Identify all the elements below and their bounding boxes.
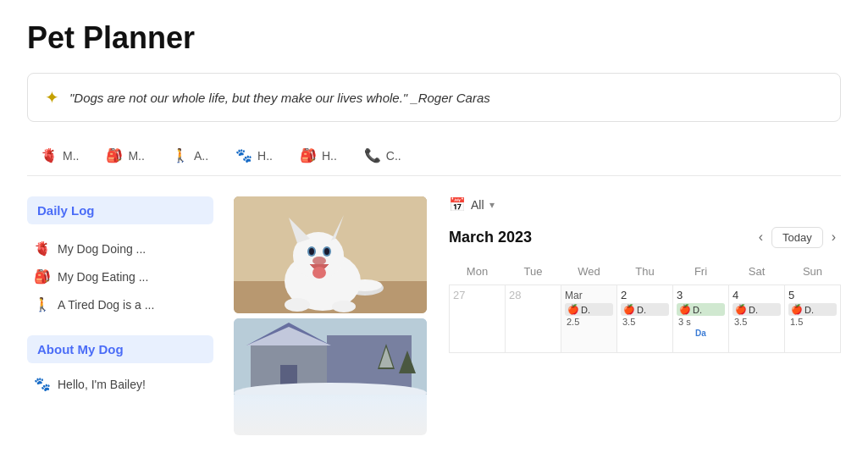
sparkle-icon: ✦ (45, 87, 59, 108)
cal-day-num: 27 (453, 289, 501, 301)
sidebar-icon-daily-0: 🫀 (34, 240, 51, 257)
calendar-header: March 2023 ‹ Today › (449, 226, 841, 248)
nav-tab-h1[interactable]: 🐾H.. (222, 142, 286, 168)
cal-day-num: 28 (509, 289, 557, 301)
calendar-nav: ‹ Today › (754, 226, 841, 248)
svg-rect-19 (327, 335, 412, 390)
nav-icon-c1: 📞 (364, 147, 381, 163)
svg-point-15 (285, 298, 310, 312)
calendar-filter-icon: 📅 (449, 196, 466, 213)
page-title: Pet Planner (27, 20, 841, 56)
nav-icon-m2: 🎒 (106, 147, 123, 163)
snow-photo (234, 318, 427, 435)
cal-day-header-sat: Sat (729, 262, 785, 285)
nav-label-h2: H.. (322, 149, 337, 163)
cal-cell-0-5[interactable]: 4 🍎 D. 3.5 (729, 285, 785, 353)
cal-day-header-wed: Wed (561, 262, 617, 285)
cal-day-header-tue: Tue (506, 262, 561, 285)
cal-value-0-4: 3 s (677, 317, 725, 327)
cal-cell-0-1[interactable]: 28 (506, 285, 561, 353)
main-content: Daily Log 🫀My Dog Doing ...🎒My Dog Eatin… (27, 196, 841, 435)
cal-event-0-2: 🍎 D. (565, 303, 613, 316)
svg-point-13 (312, 257, 326, 265)
cal-event-0-3: 🍎 D. (621, 303, 669, 316)
sidebar-item-about-0[interactable]: 🐾Hello, I'm Bailey! (27, 370, 213, 398)
sidebar-item-daily-1[interactable]: 🎒My Dog Eating ... (27, 262, 213, 290)
svg-point-12 (324, 248, 329, 255)
daily-log-header[interactable]: Daily Log (27, 196, 213, 224)
calendar-month-title: March 2023 (449, 229, 532, 246)
about-my-dog-header[interactable]: About My Dog (27, 335, 213, 363)
dog-photo (234, 196, 427, 313)
sidebar-label-daily-0: My Dog Doing ... (58, 242, 146, 256)
cal-value-0-2: 2.5 (565, 317, 613, 327)
nav-tab-m2[interactable]: 🎒M.. (92, 142, 158, 168)
dog-photo-svg (234, 196, 427, 313)
cal-value-0-5: 3.5 (733, 317, 781, 327)
cal-value-0-3: 3.5 (621, 317, 669, 327)
quote-box: ✦ "Dogs are not our whole life, but they… (27, 73, 841, 122)
chevron-down-icon: ▾ (489, 199, 495, 211)
nav-label-m2: M.. (128, 149, 144, 163)
cal-event-0-5: 🍎 D. (733, 303, 781, 316)
cal-day-num: Mar (565, 289, 613, 301)
cal-cell-0-6[interactable]: 5 🍎 D. 1.5 (785, 285, 841, 353)
cal-prev-button[interactable]: ‹ (754, 226, 768, 248)
nav-label-m1: M.. (63, 149, 79, 163)
sidebar-item-daily-2[interactable]: 🚶A Tired Dog is a ... (27, 290, 213, 318)
cal-day-header-sun: Sun (785, 262, 841, 285)
nav-tabs: 🫀M..🎒M..🚶A..🐾H..🎒H..📞C.. (27, 142, 841, 176)
filter-all-label: All (471, 198, 484, 212)
sidebar-icon-about-0: 🐾 (34, 376, 51, 392)
svg-point-14 (312, 267, 326, 279)
sidebar-item-daily-0[interactable]: 🫀My Dog Doing ... (27, 235, 213, 262)
sidebar-label-daily-2: A Tired Dog is a ... (58, 298, 154, 312)
snow-photo-svg (234, 318, 427, 395)
calendar-grid: MonTueWedThuFriSatSun 2728Mar 🍎 D. 2.52 … (449, 262, 841, 353)
sidebar-label-daily-1: My Dog Eating ... (58, 270, 148, 284)
cal-day-header-thu: Thu (617, 262, 673, 285)
cal-event-0-6: 🍎 D. (788, 303, 837, 316)
calendar-filter[interactable]: 📅 All ▾ (449, 196, 841, 213)
nav-tab-m1[interactable]: 🫀M.. (27, 142, 92, 168)
cal-value-0-6: 1.5 (788, 317, 837, 327)
cal-day-num: 4 (733, 289, 781, 301)
nav-icon-h2: 🎒 (300, 147, 317, 163)
today-button[interactable]: Today (771, 227, 823, 248)
cal-day-header-mon: Mon (450, 262, 506, 285)
cal-cell-0-4[interactable]: 3 🍎 D. 3 sDa (673, 285, 729, 353)
cal-event-0-4: 🍎 D. (677, 303, 725, 316)
sidebar: Daily Log 🫀My Dog Doing ...🎒My Dog Eatin… (27, 196, 213, 435)
sidebar-icon-daily-1: 🎒 (34, 268, 51, 285)
quote-text: "Dogs are not our whole life, but they m… (69, 91, 490, 105)
svg-point-16 (332, 301, 356, 312)
cal-cell-0-2[interactable]: Mar 🍎 D. 2.5 (561, 285, 617, 353)
nav-tab-a1[interactable]: 🚶A.. (158, 142, 222, 168)
cal-day-num: 3 (677, 289, 725, 301)
nav-label-h1: H.. (257, 149, 273, 163)
cal-day-header-fri: Fri (673, 262, 729, 285)
nav-icon-a1: 🚶 (172, 147, 189, 163)
cal-day-num: 2 (621, 289, 669, 301)
nav-tab-h2[interactable]: 🎒H.. (286, 142, 351, 168)
nav-icon-h1: 🐾 (235, 147, 252, 163)
nav-tab-c1[interactable]: 📞C.. (351, 142, 415, 168)
cal-next-button[interactable]: › (827, 226, 841, 248)
nav-icon-m1: 🫀 (41, 147, 58, 163)
sidebar-icon-daily-2: 🚶 (34, 296, 51, 312)
cal-cell-0-3[interactable]: 2 🍎 D. 3.5 (617, 285, 673, 353)
photos-area (234, 196, 428, 435)
cal-day-num: 5 (788, 289, 837, 301)
nav-label-c1: C.. (386, 149, 401, 163)
calendar-area: 📅 All ▾ March 2023 ‹ Today › MonTueWedTh… (449, 196, 841, 435)
nav-label-a1: A.. (194, 149, 208, 163)
sidebar-label-about-0: Hello, I'm Bailey! (58, 378, 146, 391)
today-label: Da (677, 329, 725, 338)
svg-point-11 (309, 248, 314, 255)
cal-cell-0-0[interactable]: 27 (450, 285, 506, 353)
